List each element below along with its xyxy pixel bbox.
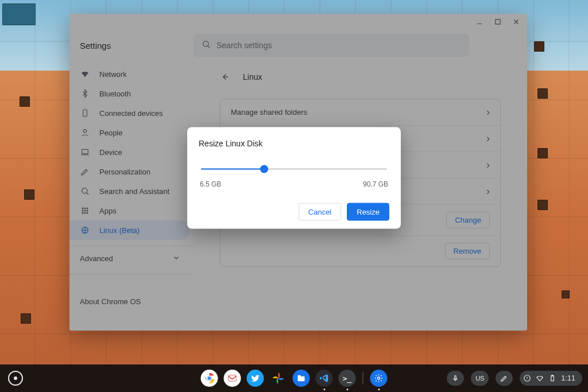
svg-rect-23 (551, 376, 554, 381)
app-photos[interactable] (270, 370, 287, 387)
tray-voice-button[interactable] (447, 371, 464, 386)
launcher-button[interactable] (8, 371, 23, 386)
wallpaper-shape (537, 200, 548, 210)
wifi-icon (536, 374, 544, 382)
ime-label: US (475, 375, 484, 382)
resize-disk-dialog: Resize Linux Disk 6.5 GB 90.7 GB Cancel … (187, 127, 401, 229)
tray-status-area[interactable]: 1:11 (520, 371, 582, 386)
wallpaper-shape (21, 313, 31, 324)
slider-thumb[interactable] (260, 165, 268, 173)
slider-range-labels: 6.5 GB 90.7 GB (200, 180, 388, 188)
resize-button[interactable]: Resize (347, 203, 389, 221)
app-chrome[interactable] (201, 370, 218, 387)
wallpaper-shape (537, 88, 548, 99)
app-settings[interactable] (370, 370, 388, 387)
battery-icon (548, 374, 556, 382)
svg-rect-19 (229, 375, 237, 382)
wallpaper-shape (534, 41, 544, 52)
app-twitter[interactable] (247, 370, 264, 387)
svg-rect-24 (552, 375, 553, 376)
svg-point-18 (207, 376, 211, 380)
svg-rect-21 (455, 375, 456, 379)
app-vscode[interactable] (316, 370, 333, 387)
cancel-button[interactable]: Cancel (299, 203, 341, 221)
app-files[interactable] (293, 370, 310, 387)
notification-icon (523, 374, 531, 382)
wallpaper-shape (562, 290, 570, 298)
app-terminal[interactable]: >_ (339, 370, 356, 387)
wallpaper-shape (20, 96, 30, 107)
shelf-pinned-apps: >_ (201, 370, 388, 387)
shelf-divider (363, 372, 363, 385)
shelf: >_ US 1:11 (0, 364, 588, 392)
tray-ime-button[interactable]: US (471, 371, 489, 386)
svg-point-20 (378, 377, 380, 379)
clock: 1:11 (561, 374, 578, 382)
disk-size-slider[interactable] (201, 163, 387, 176)
wallpaper-shape (24, 189, 34, 200)
slider-track-fill (201, 169, 264, 170)
app-gmail[interactable] (224, 370, 241, 387)
wallpaper-shape (2, 3, 36, 25)
tray-stylus-button[interactable] (496, 371, 513, 386)
slider-min-label: 6.5 GB (200, 180, 221, 188)
wallpaper-shape (537, 148, 548, 158)
status-tray: US 1:11 (447, 371, 582, 386)
slider-max-label: 90.7 GB (363, 180, 388, 188)
dialog-title: Resize Linux Disk (199, 139, 389, 148)
